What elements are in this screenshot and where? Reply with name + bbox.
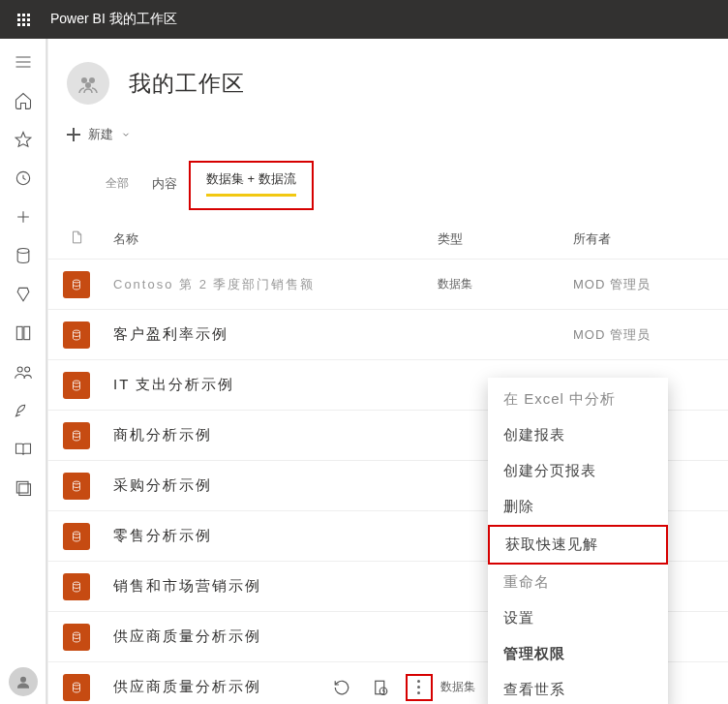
- svg-point-12: [74, 280, 80, 283]
- refresh-icon[interactable]: [328, 674, 355, 701]
- svg-point-5: [24, 367, 29, 372]
- ctx-rename[interactable]: 重命名: [488, 565, 668, 600]
- main-content: 我的工作区 新建 全部 内容 数据集 + 数据流 名称 类型: [46, 39, 728, 704]
- row-name[interactable]: 采购分析示例: [106, 476, 438, 495]
- more-options-button[interactable]: [406, 674, 433, 701]
- dataset-icon: [63, 573, 90, 600]
- dataset-icon: [63, 523, 90, 550]
- dataset-icon: [63, 422, 90, 449]
- table-row[interactable]: 客户盈利率示例MOD 管理员: [47, 309, 728, 359]
- svg-rect-6: [16, 481, 28, 493]
- ctx-delete[interactable]: 删除: [488, 489, 668, 525]
- apps-icon[interactable]: [0, 314, 46, 352]
- topbar: Power BI 我的工作区: [0, 0, 728, 39]
- deployment-icon[interactable]: [0, 391, 46, 430]
- svg-point-4: [17, 367, 22, 372]
- row-owner: MOD 管理员: [573, 326, 728, 344]
- svg-point-17: [74, 532, 80, 535]
- chevron-down-icon[interactable]: [121, 128, 131, 142]
- row-name[interactable]: Contoso 第 2 季度部门销售额: [106, 276, 438, 293]
- user-avatar-icon[interactable]: [9, 667, 38, 696]
- table-row[interactable]: Contoso 第 2 季度部门销售额数据集MOD 管理员: [47, 259, 728, 309]
- tab-datasets-dataflows[interactable]: 数据集 + 数据流: [195, 165, 308, 206]
- ctx-create-paginated[interactable]: 创建分页报表: [488, 453, 668, 489]
- home-icon[interactable]: [0, 81, 46, 120]
- ctx-analyze-excel[interactable]: 在 Excel 中分析: [488, 382, 668, 417]
- table-header: 名称 类型 所有者: [47, 216, 728, 259]
- tab-content[interactable]: 内容: [140, 169, 189, 202]
- ctx-view-lineage[interactable]: 查看世系: [488, 672, 668, 704]
- column-name[interactable]: 名称: [106, 230, 438, 248]
- svg-point-11: [85, 82, 91, 88]
- dataset-icon: [63, 674, 90, 701]
- tab-all[interactable]: 全部: [106, 169, 140, 201]
- recent-icon[interactable]: [0, 159, 46, 198]
- highlight-box-tabs: 数据集 + 数据流: [189, 161, 314, 210]
- context-menu: 在 Excel 中分析 创建报表 创建分页报表 删除 获取快速见解 重命名 设置…: [488, 378, 668, 704]
- svg-point-1: [17, 249, 29, 254]
- dataset-icon: [63, 271, 90, 298]
- svg-point-20: [73, 683, 79, 686]
- workspaces-icon[interactable]: [0, 469, 46, 507]
- tab-bar: 全部 内容 数据集 + 数据流: [47, 161, 728, 216]
- dataset-icon: [63, 473, 90, 500]
- row-name[interactable]: 供应商质量分析示例: [106, 627, 438, 646]
- row-name[interactable]: 零售分析示例: [106, 527, 438, 545]
- favorites-icon[interactable]: [0, 120, 46, 159]
- datasets-icon[interactable]: [0, 236, 46, 275]
- column-type[interactable]: 类型: [438, 230, 573, 248]
- plus-icon: [67, 128, 80, 141]
- row-owner: MOD 管理员: [573, 276, 728, 293]
- brand-title: Power BI 我的工作区: [50, 11, 177, 28]
- ctx-quick-insights[interactable]: 获取快速见解: [488, 525, 668, 565]
- svg-point-14: [74, 381, 80, 383]
- svg-rect-2: [16, 326, 22, 339]
- svg-point-19: [74, 632, 80, 635]
- svg-point-15: [74, 431, 80, 434]
- svg-point-16: [74, 481, 80, 484]
- svg-point-18: [74, 582, 80, 585]
- schedule-icon[interactable]: [367, 674, 394, 701]
- svg-point-9: [81, 77, 87, 83]
- create-icon[interactable]: [0, 198, 46, 236]
- row-type: 数据集: [438, 276, 573, 292]
- row-name[interactable]: 供应商质量分析示例: [106, 678, 328, 696]
- svg-point-13: [74, 330, 80, 333]
- row-name[interactable]: IT 支出分析示例: [106, 376, 438, 394]
- vertical-dots-icon: [417, 680, 420, 694]
- workspace-icon: [67, 62, 109, 105]
- svg-point-8: [20, 677, 26, 683]
- document-icon[interactable]: [47, 230, 106, 248]
- svg-point-10: [89, 77, 95, 83]
- ctx-create-report[interactable]: 创建报表: [488, 417, 668, 453]
- workspace-title: 我的工作区: [129, 69, 245, 99]
- column-owner[interactable]: 所有者: [573, 230, 728, 248]
- svg-rect-3: [23, 326, 29, 339]
- goals-icon[interactable]: [0, 275, 46, 314]
- row-name[interactable]: 销售和市场营销示例: [106, 577, 438, 596]
- dataset-icon: [63, 372, 90, 399]
- svg-rect-7: [18, 484, 30, 496]
- row-name[interactable]: 商机分析示例: [106, 426, 438, 444]
- dataset-icon: [63, 624, 90, 651]
- new-button[interactable]: 新建: [88, 126, 113, 143]
- app-launcher-icon[interactable]: [10, 6, 37, 33]
- ctx-manage-permissions[interactable]: 管理权限: [488, 636, 668, 672]
- hamburger-icon[interactable]: [0, 43, 46, 81]
- row-name[interactable]: 客户盈利率示例: [106, 325, 438, 344]
- dataset-icon: [63, 321, 90, 349]
- left-nav-rail: [0, 39, 46, 704]
- learn-icon[interactable]: [0, 430, 46, 469]
- shared-icon[interactable]: [0, 352, 46, 391]
- ctx-settings[interactable]: 设置: [488, 600, 668, 636]
